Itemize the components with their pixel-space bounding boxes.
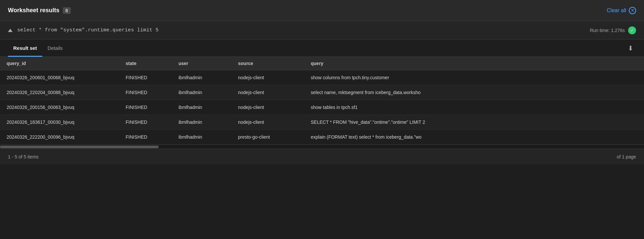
cell-state: FINISHED: [119, 130, 172, 145]
close-icon: ✕: [629, 7, 636, 14]
results-table-container: query_id state user source query 2024032…: [0, 57, 644, 145]
header-title: Worksheet results 8: [8, 7, 71, 14]
cell-query: select name, mktsegment from iceberg_dat…: [304, 85, 644, 100]
cell-query: explain (FORMAT text) select * from iceb…: [304, 130, 644, 145]
col-header-state: state: [119, 57, 172, 70]
success-status-icon: ✓: [628, 26, 636, 34]
run-time-label: Run time: 1.276s: [590, 28, 625, 33]
tab-details[interactable]: Details: [42, 40, 68, 57]
download-button[interactable]: ⬇: [625, 43, 636, 53]
col-header-user: user: [172, 57, 231, 70]
cell-source: nodejs-client: [231, 115, 304, 130]
cell-user: ibmlhadmin: [172, 100, 231, 115]
cell-query-id: 20240326_220204_00088_bjvuq: [0, 85, 119, 100]
table-row: 20240326_200601_00068_bjvuqFINISHEDibmlh…: [0, 70, 644, 85]
cell-source: nodejs-client: [231, 100, 304, 115]
table-row: 20240326_183617_00030_bjvuqFINISHEDibmlh…: [0, 115, 644, 130]
table-header-row: query_id state user source query: [0, 57, 644, 70]
cell-user: ibmlhadmin: [172, 70, 231, 85]
cell-source: nodejs-client: [231, 85, 304, 100]
cell-query-id: 20240326_200601_00068_bjvuq: [0, 70, 119, 85]
query-bar: select * from "system".runtime.queries l…: [0, 21, 644, 40]
page-title: Worksheet results: [8, 7, 60, 14]
col-header-query: query: [304, 57, 644, 70]
cell-query: show columns from tpch.tiny.customer: [304, 70, 644, 85]
table-row: 20240326_200156_00063_bjvuqFINISHEDibmlh…: [0, 100, 644, 115]
cell-user: ibmlhadmin: [172, 130, 231, 145]
items-count-text: 1 - 5 of 5 items: [8, 154, 39, 159]
table-row: 20240326_222200_00096_bjvuqFINISHEDibmlh…: [0, 130, 644, 145]
cell-state: FINISHED: [119, 85, 172, 100]
footer-bar: 1 - 5 of 5 items of 1 page: [0, 149, 644, 164]
tabs-left: Result set Details: [8, 40, 68, 56]
cell-state: FINISHED: [119, 115, 172, 130]
header-bar: Worksheet results 8 Clear all ✕: [0, 0, 644, 21]
tab-result-set[interactable]: Result set: [8, 40, 42, 57]
collapse-icon[interactable]: [8, 29, 13, 32]
cell-query-id: 20240326_183617_00030_bjvuq: [0, 115, 119, 130]
cell-query: SELECT * FROM "hive_data"."ontime"."onti…: [304, 115, 644, 130]
results-count-badge: 8: [63, 7, 71, 14]
pagination: of 1 page: [617, 154, 636, 159]
cell-state: FINISHED: [119, 100, 172, 115]
cell-query-id: 20240326_222200_00096_bjvuq: [0, 130, 119, 145]
download-icon: ⬇: [628, 45, 633, 52]
cell-state: FINISHED: [119, 70, 172, 85]
results-table: query_id state user source query 2024032…: [0, 57, 644, 145]
scrollbar-thumb[interactable]: [0, 146, 159, 148]
tabs-bar: Result set Details ⬇: [0, 40, 644, 57]
cell-user: ibmlhadmin: [172, 115, 231, 130]
query-text: select * from "system".runtime.queries l…: [17, 27, 159, 33]
cell-query: show tables in tpch.sf1: [304, 100, 644, 115]
cell-query-id: 20240326_200156_00063_bjvuq: [0, 100, 119, 115]
query-left: select * from "system".runtime.queries l…: [8, 27, 159, 33]
pagination-page-info: of 1 page: [617, 154, 636, 159]
horizontal-scrollbar[interactable]: [0, 145, 644, 149]
table-row: 20240326_220204_00088_bjvuqFINISHEDibmlh…: [0, 85, 644, 100]
cell-source: presto-go-client: [231, 130, 304, 145]
col-header-query-id: query_id: [0, 57, 119, 70]
cell-source: nodejs-client: [231, 70, 304, 85]
col-header-source: source: [231, 57, 304, 70]
clear-all-button[interactable]: Clear all ✕: [607, 7, 636, 14]
clear-all-label: Clear all: [607, 8, 626, 14]
cell-user: ibmlhadmin: [172, 85, 231, 100]
query-right: Run time: 1.276s ✓: [590, 26, 636, 34]
